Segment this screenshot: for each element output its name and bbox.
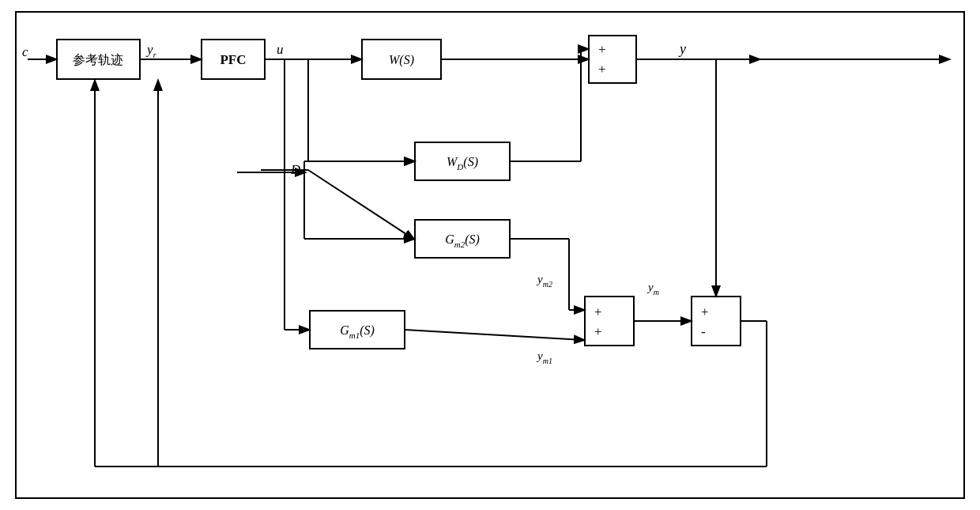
ym1-label: ym1 (536, 349, 552, 365)
ws-label: W(S) (389, 53, 414, 67)
wd-block (415, 142, 510, 180)
y-label: y (678, 41, 686, 57)
gm1-block (310, 311, 405, 349)
u-label: u (277, 42, 284, 57)
sum1-plus2: + (598, 62, 606, 77)
sum1-plus1: + (598, 42, 606, 57)
yr-label: yr (145, 42, 157, 59)
sum2-plus2: + (594, 324, 602, 339)
diagram-container: 参考轨迹 PFC W(S) + + WD(S) Gm2(S) Gm1(S) + … (0, 0, 980, 510)
sum2-plus1: + (594, 304, 602, 319)
gm2-block (415, 220, 510, 258)
pfc-label: PFC (220, 52, 246, 67)
sum1-block (589, 36, 636, 83)
svg-line-16 (405, 330, 583, 340)
sum3-minus: - (701, 324, 706, 339)
sum3-plus: + (701, 304, 709, 319)
ref-label: 参考轨迹 (73, 53, 123, 66)
c-label: c (22, 44, 28, 59)
ym2-label: ym2 (536, 273, 552, 289)
svg-line-8 (308, 170, 413, 239)
ym-label: ym (646, 281, 659, 297)
sum3-block (692, 297, 741, 346)
sum2-block (585, 297, 634, 346)
